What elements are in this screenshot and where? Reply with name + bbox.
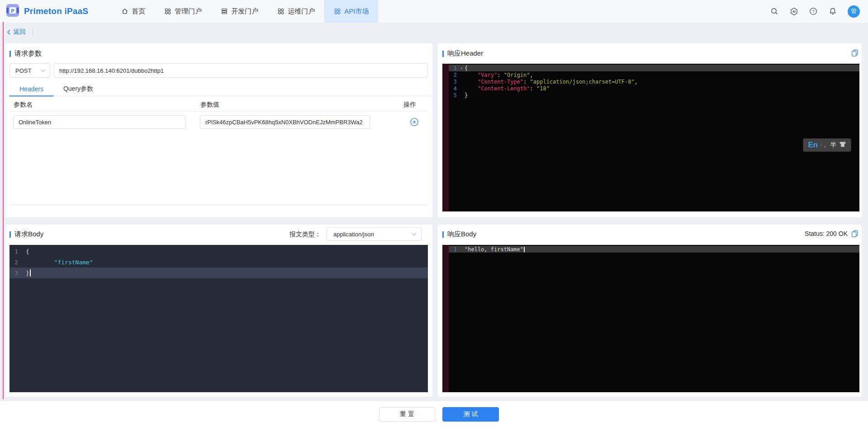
reset-button[interactable]: 重 置 (379, 407, 435, 422)
breadcrumb: 返回 (7, 27, 33, 37)
ime-indicator: En ·， 半 (803, 139, 851, 151)
response-header-panel: 响应Header 1▾{2 "Vary": "Origin",3 "Conten… (438, 43, 862, 217)
ime-lang-label: En (808, 141, 818, 150)
nav-item-label: 管理门户 (175, 7, 202, 16)
editor-gutter-strip (442, 64, 449, 211)
svg-text:P: P (11, 8, 14, 14)
brand: P Primeton iPaaS (0, 0, 88, 23)
editor-gutter-strip (442, 245, 449, 392)
response-body-editor[interactable]: 1"hello, firstName" (442, 245, 859, 392)
ime-skin-icon (839, 141, 846, 149)
panel-title-text: 请求参数 (14, 49, 42, 58)
content-type-label: 报文类型： (289, 230, 321, 239)
ai-assistant-icon[interactable]: AI (789, 7, 798, 16)
nav-item-dev-portal[interactable]: 开发门户 (211, 0, 268, 23)
chevron-down-icon (41, 69, 46, 72)
nav-item-label: 首页 (132, 7, 145, 16)
request-params-panel: 请求参数 POST Headers Query参数 参数名 参数值 操作 (5, 43, 432, 217)
code-line: 1▾{ (449, 65, 859, 71)
copy-icon[interactable] (851, 49, 859, 56)
tab-headers[interactable]: Headers (9, 82, 53, 96)
code-line: 3 "Content-Type": "application/json;char… (449, 78, 859, 85)
bell-icon[interactable] (828, 7, 837, 16)
back-button[interactable]: 返回 (7, 28, 26, 36)
nav-item-ops-portal[interactable]: 运维门户 (268, 0, 324, 23)
nav-item-label: 开发门户 (231, 7, 258, 16)
grid-icon (334, 8, 341, 15)
annotation-line (3, 22, 4, 399)
grid-icon (164, 8, 171, 15)
response-body-panel: 响应Body Status: 200 OK 1"hello, firstName… (438, 225, 862, 397)
fold-arrow-icon: ▾ (459, 66, 465, 70)
request-tabs: Headers Query参数 (9, 82, 103, 96)
footer-bar: 重 置 测 试 (0, 401, 868, 427)
tab-label: Headers (19, 85, 43, 93)
response-header-editor[interactable]: 1▾{2 "Vary": "Origin",3 "Content-Type": … (442, 64, 859, 211)
brand-logo-icon: P (6, 4, 19, 19)
status-row: Status: 200 OK (805, 230, 859, 237)
tab-query-params[interactable]: Query参数 (53, 82, 103, 96)
panel-title: 请求参数 (9, 49, 42, 58)
column-header-name: 参数名 (14, 101, 33, 109)
add-row-icon[interactable] (410, 117, 419, 127)
nav-item-label: API市场 (344, 7, 369, 16)
back-label: 返回 (13, 28, 26, 36)
param-name-input[interactable] (13, 115, 185, 129)
request-body-panel: 请求Body 报文类型： application/json 1{2 "first… (5, 225, 432, 397)
content-type-value: application/json (333, 231, 374, 238)
panel-title: 响应Header (442, 49, 483, 58)
divider (33, 29, 33, 35)
column-header-operation: 操作 (403, 101, 416, 109)
code-line: 3} (9, 267, 428, 278)
panel-title-text: 响应Body (447, 230, 476, 239)
search-icon[interactable] (770, 7, 779, 16)
code-line: 2 "Vary": "Origin", (449, 71, 859, 78)
chevron-left-icon (7, 29, 11, 35)
svg-text:AI: AI (792, 10, 796, 13)
method-select[interactable]: POST (9, 63, 50, 78)
text-cursor (30, 269, 31, 277)
code-line: 1"hello, firstName" (449, 246, 859, 253)
divider (9, 205, 427, 205)
text-cursor (524, 247, 525, 252)
nav-item-home[interactable]: 首页 (112, 0, 155, 23)
home-icon (121, 8, 128, 15)
ime-halfwidth-label: 半 (830, 141, 837, 149)
panel-title: 请求Body (9, 230, 43, 239)
nav-item-admin-portal[interactable]: 管理门户 (155, 0, 211, 23)
code-line: 1{ (9, 246, 428, 257)
chevron-down-icon (412, 233, 417, 236)
nav-item-api-market[interactable]: API市场 (324, 0, 378, 23)
svg-text:?: ? (812, 9, 814, 14)
code-line: 4 "Content-Length": "18" (449, 85, 859, 92)
top-navbar: P Primeton iPaaS 首页 管理门户 开发门户 运维门户 API市场 (0, 0, 868, 23)
panel-title-text: 请求Body (14, 230, 43, 239)
grid-icon (277, 8, 285, 15)
param-value-input[interactable] (200, 115, 370, 129)
stack-icon (221, 8, 228, 15)
copy-icon[interactable] (851, 230, 859, 237)
code-line: 2 "firstName" (9, 257, 428, 267)
method-value: POST (15, 67, 31, 74)
ime-punct-label: ·， (820, 141, 828, 149)
help-icon[interactable]: ? (809, 7, 818, 16)
nav-item-label: 运维门户 (288, 7, 315, 16)
divider (9, 111, 427, 112)
tab-label: Query参数 (63, 85, 93, 93)
panel-title: 响应Body (442, 230, 476, 239)
brand-title: Primeton iPaaS (24, 6, 88, 16)
request-body-editor[interactable]: 1{2 "firstName"3} (9, 245, 428, 392)
url-input[interactable] (54, 63, 427, 78)
content-type-select[interactable]: application/json (327, 227, 422, 241)
panel-title-text: 响应Header (447, 49, 483, 58)
column-header-value: 参数值 (200, 101, 219, 109)
status-badge: Status: 200 OK (805, 230, 848, 237)
test-button[interactable]: 测 试 (442, 407, 499, 422)
divider (5, 96, 432, 96)
code-line: 5} (449, 92, 859, 99)
avatar[interactable]: 管 (848, 5, 860, 18)
